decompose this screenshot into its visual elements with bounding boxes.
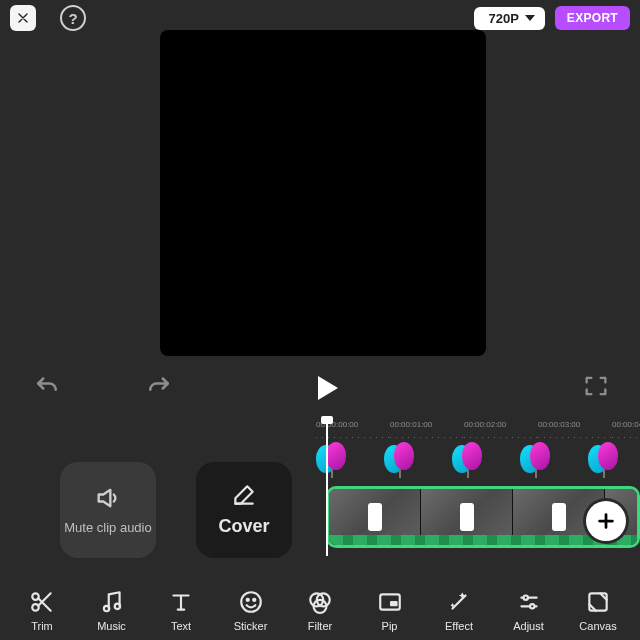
fullscreen-icon (582, 372, 610, 400)
timeline-ruler: 00:00:00:00 00:00:01:00 00:00:02:00 00:0… (316, 420, 640, 438)
mute-label: Mute clip audio (64, 520, 151, 536)
side-actions: Mute clip audio Cover (60, 462, 292, 558)
svg-point-5 (246, 599, 248, 601)
svg-rect-11 (390, 601, 398, 606)
help-icon: ? (68, 10, 77, 27)
play-icon (318, 376, 338, 400)
ruler-tick: 00:00:02:00 (464, 420, 538, 438)
redo-icon (144, 371, 174, 401)
svg-point-13 (530, 604, 534, 608)
sticker-thumb[interactable] (452, 442, 490, 480)
svg-point-3 (114, 604, 119, 609)
tool-label: Text (171, 620, 191, 632)
mute-clip-audio-button[interactable]: Mute clip audio (60, 462, 156, 558)
tool-filter[interactable]: Filter (292, 588, 348, 632)
text-icon (168, 589, 194, 615)
tool-label: Sticker (234, 620, 268, 632)
cover-label: Cover (218, 516, 269, 538)
tool-music[interactable]: Music (84, 588, 140, 632)
tool-label: Effect (445, 620, 473, 632)
ruler-tick: 00:00:04:00 (612, 420, 640, 438)
sticker-track[interactable] (316, 442, 640, 480)
export-button[interactable]: EXPORT (555, 6, 630, 30)
undo-icon (32, 371, 62, 401)
cover-button[interactable]: Cover (196, 462, 292, 558)
timeline[interactable]: 00:00:00:00 00:00:01:00 00:00:02:00 00:0… (316, 418, 640, 556)
tool-effect[interactable]: Effect (431, 588, 487, 632)
tool-text[interactable]: Text (153, 588, 209, 632)
pip-icon (377, 589, 403, 615)
sticker-thumb[interactable] (316, 442, 354, 480)
tool-label: Canvas (579, 620, 616, 632)
svg-point-12 (523, 596, 527, 600)
chevron-down-icon (525, 15, 535, 21)
scissors-icon (29, 589, 55, 615)
undo-button[interactable] (32, 371, 62, 405)
help-button[interactable]: ? (60, 5, 86, 31)
fullscreen-button[interactable] (582, 372, 610, 404)
bottom-toolbar: Trim Music Text Sticker Filter Pip Effec… (0, 580, 640, 640)
playhead[interactable] (326, 418, 328, 556)
tool-sticker[interactable]: Sticker (223, 588, 279, 632)
add-clip-button[interactable] (586, 501, 626, 541)
svg-point-2 (103, 606, 108, 611)
tool-pip[interactable]: Pip (362, 588, 418, 632)
sticker-thumb[interactable] (384, 442, 422, 480)
transport-bar (0, 368, 640, 408)
close-button[interactable] (10, 5, 36, 31)
sticker-thumb[interactable] (520, 442, 558, 480)
speaker-icon (94, 484, 122, 512)
tool-label: Adjust (513, 620, 544, 632)
tool-label: Trim (31, 620, 53, 632)
edit-icon (231, 482, 257, 508)
svg-point-6 (253, 599, 255, 601)
resolution-value: 720P (488, 11, 518, 26)
close-icon (15, 10, 31, 26)
tool-label: Music (97, 620, 126, 632)
redo-button[interactable] (144, 371, 174, 405)
canvas-icon (585, 589, 611, 615)
sticker-icon (238, 589, 264, 615)
tool-adjust[interactable]: Adjust (501, 588, 557, 632)
sticker-thumb[interactable] (588, 442, 626, 480)
ruler-tick: 00:00:01:00 (390, 420, 464, 438)
resolution-selector[interactable]: 720P (474, 7, 544, 30)
ruler-tick: 00:00:03:00 (538, 420, 612, 438)
preview-canvas[interactable] (160, 30, 486, 356)
music-icon (99, 589, 125, 615)
svg-point-4 (241, 592, 261, 612)
tool-canvas[interactable]: Canvas (570, 588, 626, 632)
filter-icon (307, 589, 333, 615)
tool-label: Pip (382, 620, 398, 632)
tool-label: Filter (308, 620, 332, 632)
tool-trim[interactable]: Trim (14, 588, 70, 632)
plus-icon (595, 510, 617, 532)
clip-thumb[interactable] (421, 489, 513, 545)
play-button[interactable] (318, 376, 338, 400)
effect-icon (446, 589, 472, 615)
clip-thumb[interactable] (329, 489, 421, 545)
adjust-icon (516, 589, 542, 615)
